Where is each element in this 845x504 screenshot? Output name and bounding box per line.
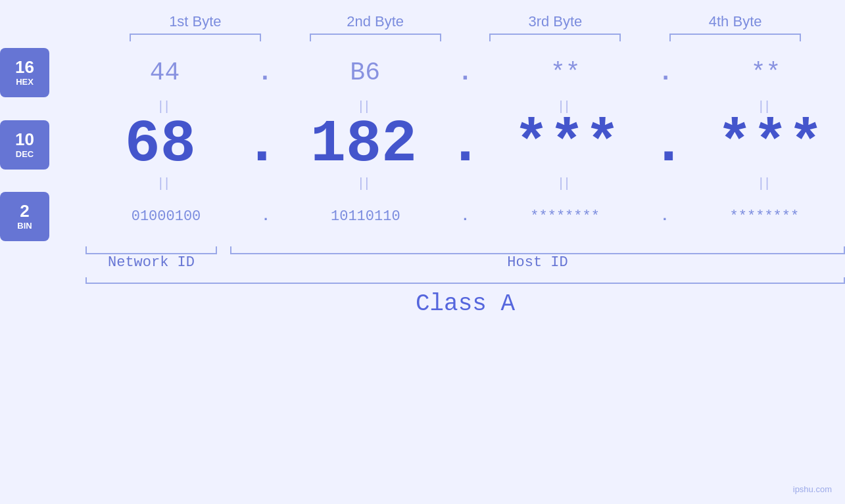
dec-values: 68 . 182 . *** . *** bbox=[85, 115, 845, 174]
network-bottom-bracket bbox=[85, 246, 217, 254]
main-container: 1st Byte 2nd Byte 3rd Byte 4th Byte 16 H… bbox=[0, 0, 845, 504]
byte4-header: 4th Byte bbox=[669, 13, 801, 30]
hex-row-group: 16 HEX 44 . B6 . ** . ** bbox=[0, 48, 845, 97]
hex-badge-spacer: 16 HEX bbox=[0, 48, 85, 97]
bin-values: 01000100 . 10110110 . ******** . *******… bbox=[85, 208, 845, 225]
bin-b3: ******** bbox=[499, 208, 631, 225]
bin-badge: 2 BIN bbox=[0, 192, 49, 241]
bin-row-group: 2 BIN 01000100 . 10110110 . ******** . *… bbox=[0, 192, 845, 241]
bin-b4: ******** bbox=[698, 208, 830, 225]
host-bottom-bracket bbox=[230, 246, 845, 254]
hex-b2: B6 bbox=[299, 58, 431, 87]
byte-headers-row: 1st Byte 2nd Byte 3rd Byte 4th Byte bbox=[0, 13, 845, 30]
dec-dot3: . bbox=[651, 115, 687, 174]
eq2-b1: || bbox=[99, 175, 231, 191]
top-brackets bbox=[0, 34, 845, 41]
dec-dot1: . bbox=[244, 115, 279, 174]
dec-dot2: . bbox=[447, 115, 483, 174]
hex-values: 44 . B6 . ** . ** bbox=[85, 58, 845, 87]
dec-b2: 182 bbox=[298, 115, 429, 174]
hex-b1: 44 bbox=[99, 58, 230, 87]
bin-dot2: . bbox=[461, 210, 470, 224]
class-bracket bbox=[85, 277, 845, 284]
hex-dot3: . bbox=[658, 60, 673, 85]
bin-badge-spacer: 2 BIN bbox=[0, 192, 85, 241]
watermark: ipshu.com bbox=[793, 484, 832, 494]
hex-b3: ** bbox=[500, 58, 631, 87]
byte2-header: 2nd Byte bbox=[310, 13, 441, 30]
class-label: Class A bbox=[416, 290, 515, 317]
bin-b2: 10110110 bbox=[300, 208, 431, 225]
bracket-b4 bbox=[669, 34, 801, 41]
hex-b4: ** bbox=[700, 58, 832, 87]
hex-dot2: . bbox=[458, 60, 473, 85]
eq2-b3: || bbox=[500, 175, 631, 191]
hex-badge: 16 HEX bbox=[0, 48, 49, 97]
dec-row-group: 10 DEC 68 . 182 . *** . *** bbox=[0, 115, 845, 174]
bin-dot3: . bbox=[660, 210, 669, 224]
eq2-b2: || bbox=[299, 175, 431, 191]
bin-b1: 01000100 bbox=[101, 208, 232, 225]
byte1-header: 1st Byte bbox=[130, 13, 261, 30]
dec-b4: *** bbox=[704, 115, 836, 174]
bracket-b2 bbox=[310, 34, 441, 41]
equals-row-2: || || || || bbox=[0, 175, 845, 191]
host-id-label: Host ID bbox=[327, 254, 748, 271]
dec-badge: 10 DEC bbox=[0, 120, 49, 170]
dec-badge-spacer: 10 DEC bbox=[0, 120, 85, 170]
hex-dot1: . bbox=[257, 60, 272, 85]
eq2-b4: || bbox=[700, 175, 831, 191]
byte3-header: 3rd Byte bbox=[489, 13, 621, 30]
bin-dot1: . bbox=[262, 210, 270, 224]
class-row: Class A bbox=[0, 277, 845, 317]
network-id-label: Network ID bbox=[85, 254, 217, 271]
bracket-b1 bbox=[130, 34, 261, 41]
bottom-brackets-row: Network ID Host ID bbox=[0, 246, 845, 271]
dec-b1: 68 bbox=[95, 115, 226, 174]
dec-b3: *** bbox=[501, 115, 633, 174]
bracket-b3 bbox=[489, 34, 621, 41]
